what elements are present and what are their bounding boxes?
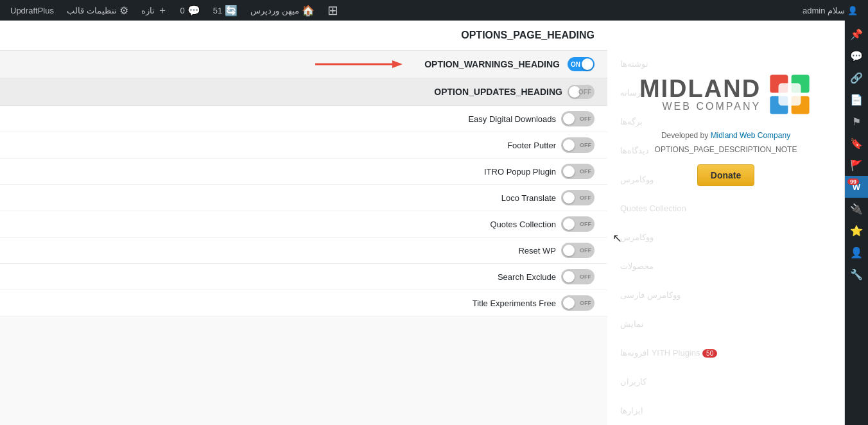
admin-bar-comments[interactable]: 💬 0 bbox=[175, 0, 205, 21]
logo-text: MIDLAND WEB COMPANY bbox=[639, 76, 761, 112]
admin-avatar-icon: 👤 bbox=[847, 6, 858, 15]
sidebar-chat-icon[interactable]: 💬 bbox=[845, 45, 868, 67]
warnings-toggle-thumb bbox=[582, 58, 593, 70]
admin-bar-home[interactable]: 🏠 میهن وردپرس bbox=[245, 0, 320, 21]
cursor-indicator: ↖ bbox=[612, 231, 622, 245]
option-label-1: Footer Putter bbox=[13, 141, 556, 150]
sidebar-settings-icon[interactable]: 🔧 bbox=[845, 263, 868, 285]
admin-bar-right: 👤 سلام admin bbox=[797, 0, 863, 21]
bg-item-6: Quotes Collection bbox=[620, 204, 686, 213]
sidebar-flag-icon[interactable]: ⚑ bbox=[845, 110, 868, 132]
updates-toggle[interactable]: OFF bbox=[568, 85, 595, 99]
option-label-2: ITRO Popup Plugin bbox=[13, 167, 556, 177]
sidebar-link-icon[interactable]: 🔗 bbox=[845, 67, 868, 89]
bg-item-10: نمایش bbox=[620, 319, 644, 329]
option-toggle-0[interactable] bbox=[561, 111, 595, 126]
option-label-4: Quotes Collection bbox=[13, 220, 556, 229]
wp-logo-icon[interactable]: ⊞ bbox=[322, 3, 343, 18]
option-row-2: ITRO Popup Plugin bbox=[0, 159, 607, 185]
admin-bar-new[interactable]: ＋ تازه bbox=[136, 0, 173, 21]
logo-container: MIDLAND WEB COMPANY bbox=[639, 72, 812, 117]
option-toggle-7[interactable] bbox=[561, 295, 595, 311]
option-label-7: Title Experiments Free bbox=[13, 299, 556, 308]
option-toggle-5[interactable] bbox=[561, 243, 595, 258]
bg-item-12: کاربران bbox=[620, 377, 647, 386]
developed-by: Developed by Midland Web Company bbox=[661, 131, 790, 140]
main-content: نوشته‌ها رسانه برگه‌ها دیدگاه‌ها ووکامرس… bbox=[0, 21, 845, 425]
bg-item-2: رسانه bbox=[620, 88, 641, 98]
option-row-1: Footer Putter bbox=[0, 132, 607, 159]
option-toggle-4[interactable] bbox=[561, 216, 595, 232]
option-row-0: Easy Digital Downloads bbox=[0, 106, 607, 132]
option-toggle-3[interactable] bbox=[561, 190, 595, 205]
comments-icon: 💬 bbox=[187, 4, 200, 17]
sidebar-users-icon[interactable]: 👤 bbox=[845, 241, 868, 263]
options-area: OPTIONS_PAGE_HEADING OPTION_WARNINGS_HEA… bbox=[0, 21, 607, 425]
option-row-6: Search Exclude bbox=[0, 264, 607, 290]
woo-badge: 99 bbox=[847, 178, 859, 185]
svg-marker-6 bbox=[392, 60, 403, 68]
option-label-0: Easy Digital Downloads bbox=[13, 114, 556, 124]
plugin-sidebar: نوشته‌ها رسانه برگه‌ها دیدگاه‌ها ووکامرس… bbox=[607, 21, 845, 425]
plugin-rows-container: Easy Digital Downloads Footer Putter ITR… bbox=[0, 106, 607, 317]
description-note: OPTIONS_PAGE_DESCRIPTION_NOTE bbox=[655, 145, 797, 154]
option-toggle-6[interactable] bbox=[561, 269, 595, 284]
bg-item-1: نوشته‌ها bbox=[620, 59, 648, 69]
sidebar-comment-flag-icon[interactable]: 🚩 bbox=[845, 154, 868, 176]
updates-toggle-track[interactable]: OFF bbox=[568, 85, 595, 99]
sidebar-pin-icon[interactable]: 📌 bbox=[845, 23, 868, 45]
bg-item-11: YITH Plugins 50 افزونه‌ها bbox=[620, 348, 720, 358]
notif-badge-50: 50 bbox=[702, 349, 717, 358]
updates-toggle-label: OFF bbox=[578, 89, 591, 96]
admin-bar: 👤 سلام admin ⊞ 🏠 میهن وردپرس 🔄 51 💬 0 ＋ … bbox=[0, 0, 868, 21]
bg-item-8: محصولات bbox=[620, 261, 654, 271]
bg-item-9: ووکامرس فارسی bbox=[620, 290, 681, 300]
warnings-heading-text: OPTION_WARNINGS_HEADING bbox=[424, 59, 560, 69]
sidebar-page-icon[interactable]: 📄 bbox=[845, 89, 868, 110]
sidebar-plugin-icon[interactable]: 🔌 bbox=[845, 198, 868, 220]
option-toggle-2[interactable] bbox=[561, 164, 595, 179]
new-icon: ＋ bbox=[157, 4, 168, 17]
main-layout: 📌 💬 🔗 📄 ⚑ 🔖 🚩 W99 🔌 ⭐ 👤 🔧 نوشته‌ها رسانه… bbox=[0, 21, 868, 425]
admin-bar-user[interactable]: 👤 سلام admin bbox=[797, 0, 863, 21]
red-arrow-indicator bbox=[315, 58, 405, 71]
midland-link[interactable]: Midland Web Company bbox=[711, 131, 791, 140]
option-row-5: Reset WP bbox=[0, 238, 607, 264]
warnings-toggle-label: ON bbox=[571, 61, 580, 68]
logo-main-text: MIDLAND bbox=[639, 76, 761, 101]
admin-bar-updraftplus[interactable]: UpdraftPlus bbox=[5, 0, 59, 21]
sidebar-tools-icon[interactable]: ⭐ bbox=[845, 220, 868, 241]
updates-section-heading: OPTION_UPDATES_HEADING OFF bbox=[0, 78, 607, 106]
logo-sub-text: WEB COMPANY bbox=[639, 101, 761, 112]
option-row-3: Loco Translate bbox=[0, 185, 607, 211]
right-sidebar: 📌 💬 🔗 📄 ⚑ 🔖 🚩 W99 🔌 ⭐ 👤 🔧 bbox=[845, 21, 868, 425]
option-row-7: Title Experiments Free bbox=[0, 290, 607, 317]
arrow-svg bbox=[315, 58, 405, 71]
option-toggle-1[interactable] bbox=[561, 137, 595, 153]
svg-rect-4 bbox=[779, 83, 801, 106]
option-row-4: Quotes Collection bbox=[0, 211, 607, 238]
admin-bar-left: ⊞ 🏠 میهن وردپرس 🔄 51 💬 0 ＋ تازه ⚙ تنظیما… bbox=[5, 0, 343, 21]
admin-bar-theme-settings[interactable]: ⚙ تنظیمات قالب bbox=[62, 0, 134, 21]
options-page-heading: OPTIONS_PAGE_HEADING bbox=[0, 21, 607, 51]
settings-icon: ⚙ bbox=[119, 4, 128, 17]
sidebar-bookmark-icon[interactable]: 🔖 bbox=[845, 132, 868, 154]
donate-button[interactable]: Donate bbox=[697, 164, 754, 186]
bg-item-13: ابزارها bbox=[620, 406, 643, 415]
updates-heading-text: OPTION_UPDATES_HEADING bbox=[434, 87, 562, 97]
option-label-3: Loco Translate bbox=[13, 193, 556, 203]
home-icon: 🏠 bbox=[302, 4, 315, 17]
warnings-toggle[interactable]: ON bbox=[568, 57, 595, 71]
warnings-section-heading: OPTION_WARNINGS_HEADING ON bbox=[0, 51, 607, 78]
admin-bar-updates[interactable]: 🔄 51 bbox=[208, 0, 243, 21]
bg-item-7: ووکامرس bbox=[620, 232, 654, 242]
option-label-5: Reset WP bbox=[13, 246, 556, 256]
sidebar-woo-icon[interactable]: W99 bbox=[845, 176, 868, 198]
midland-logo-icon bbox=[767, 72, 812, 117]
warnings-toggle-track[interactable]: ON bbox=[568, 57, 595, 71]
option-label-6: Search Exclude bbox=[13, 272, 556, 282]
plugin-logo-area: MIDLAND WEB COMPANY Developed by Midland… bbox=[639, 72, 812, 186]
updates-icon: 🔄 bbox=[225, 4, 238, 17]
